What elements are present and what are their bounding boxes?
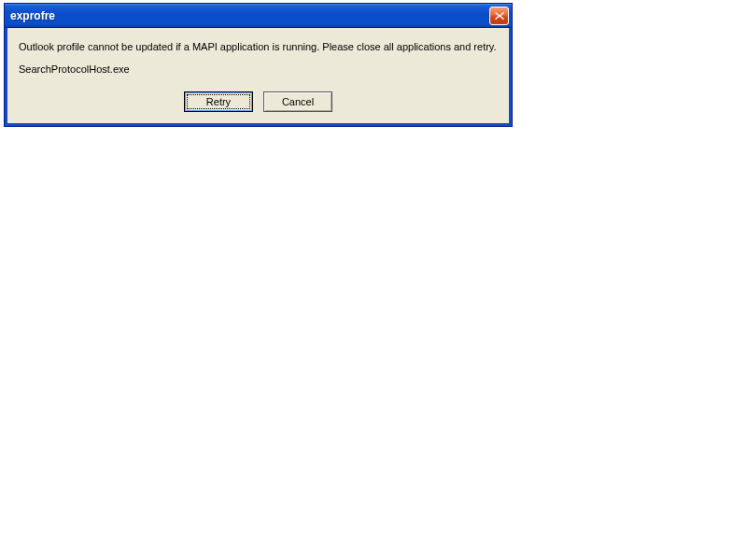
process-name-text: SearchProtocolHost.exe [19,63,498,75]
dialog-client-area: Outlook profile cannot be updated if a M… [5,28,512,126]
retry-button[interactable]: Retry [184,91,253,112]
message-text: Outlook profile cannot be updated if a M… [19,41,498,52]
close-icon [494,11,505,21]
titlebar-title: exprofre [10,9,55,22]
close-button[interactable] [489,7,509,25]
titlebar[interactable]: exprofre [5,4,512,28]
button-row: Retry Cancel [19,91,498,112]
exprofre-dialog: exprofre Outlook profile cannot be updat… [4,3,513,127]
cancel-button[interactable]: Cancel [263,91,332,112]
